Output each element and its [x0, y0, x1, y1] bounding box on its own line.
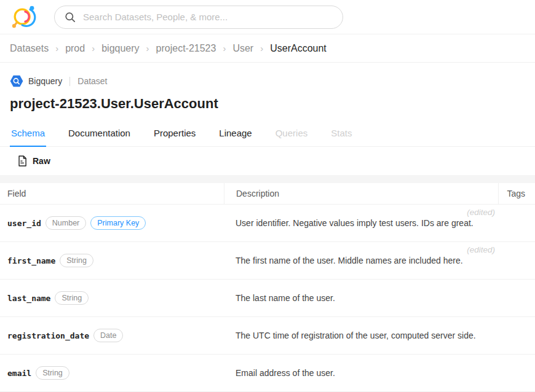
datahub-logo-icon	[10, 3, 38, 31]
tab-bar: Schema Documentation Properties Lineage …	[0, 122, 535, 147]
entity-header: Bigquery Dataset project-21523.User.User…	[0, 63, 535, 112]
page-title: project-21523.User.UserAccount	[10, 96, 525, 112]
breadcrumb-item-bigquery[interactable]: bigquery	[101, 43, 139, 54]
document-icon	[18, 155, 27, 167]
field-name: email	[7, 369, 31, 378]
field-description[interactable]: The UTC time of registration of the user…	[236, 331, 476, 340]
edited-marker: (edited)	[467, 245, 495, 254]
field-description[interactable]: The first name of the user. Middle names…	[236, 256, 463, 265]
field-name: last_name	[7, 294, 50, 303]
breadcrumb-separator: ›	[146, 43, 149, 53]
tab-schema[interactable]: Schema	[10, 122, 46, 147]
search-input[interactable]	[82, 11, 333, 23]
tags-cell[interactable]	[498, 355, 535, 391]
column-header-field: Field	[0, 183, 224, 204]
tab-stats: Stats	[330, 122, 353, 147]
field-description[interactable]: Email address of the user.	[236, 368, 335, 378]
breadcrumb-item-useraccount: UserAccount	[270, 43, 327, 54]
raw-toggle-button[interactable]: Raw	[18, 155, 50, 167]
table-row: email String Email address of the user.	[0, 355, 535, 392]
top-navbar	[0, 0, 535, 34]
field-name: user_id	[7, 219, 41, 228]
search-bar[interactable]	[54, 6, 343, 29]
breadcrumb-separator: ›	[223, 43, 226, 53]
column-header-tags: Tags	[498, 183, 535, 204]
platform-name[interactable]: Bigquery	[28, 76, 62, 86]
type-badge: String	[36, 366, 69, 380]
breadcrumb-separator: ›	[55, 43, 58, 53]
field-description[interactable]: User identifier. Negative values imply t…	[236, 218, 474, 228]
type-badge: Number	[46, 216, 86, 230]
table-row: user_id Number Primary Key (edited) User…	[0, 205, 535, 242]
table-header-row: Field Description Tags	[0, 183, 535, 205]
table-row: last_name String The last name of the us…	[0, 280, 535, 317]
type-badge: Date	[93, 329, 123, 342]
tags-cell[interactable]	[498, 242, 535, 279]
tab-properties[interactable]: Properties	[153, 122, 197, 147]
tags-cell[interactable]	[498, 205, 535, 241]
datahub-logo[interactable]	[10, 3, 38, 31]
search-icon	[65, 12, 76, 23]
breadcrumb: Datasets › prod › bigquery › project-215…	[0, 34, 535, 63]
field-name: registration_date	[7, 331, 89, 340]
table-row: registration_date Date The UTC time of r…	[0, 317, 535, 355]
platform-row: Bigquery Dataset	[10, 75, 525, 87]
breadcrumb-item-project[interactable]: project-21523	[156, 43, 216, 54]
type-badge: String	[60, 254, 93, 267]
tab-queries: Queries	[274, 122, 309, 147]
schema-table: Field Description Tags user_id Number Pr…	[0, 183, 535, 392]
breadcrumb-item-prod[interactable]: prod	[65, 43, 85, 54]
table-row: first_name String (edited) The first nam…	[0, 242, 535, 280]
breadcrumb-item-user[interactable]: User	[232, 43, 253, 54]
table-toolbar-divider	[0, 175, 535, 183]
field-name: first_name	[7, 256, 55, 265]
primary-key-badge: Primary Key	[90, 216, 146, 230]
breadcrumb-item-datasets[interactable]: Datasets	[10, 43, 49, 54]
breadcrumb-separator: ›	[260, 43, 263, 53]
type-badge: String	[55, 291, 89, 305]
entity-type-label: Dataset	[77, 76, 107, 86]
edited-marker: (edited)	[467, 208, 495, 217]
bigquery-icon	[10, 75, 23, 87]
raw-toggle-label: Raw	[33, 156, 50, 166]
tags-cell[interactable]	[498, 280, 535, 316]
schema-toolbar: Raw	[0, 147, 535, 175]
tab-documentation[interactable]: Documentation	[67, 122, 132, 147]
column-header-description: Description	[224, 183, 498, 204]
field-description[interactable]: The last name of the user.	[236, 293, 335, 303]
platform-divider	[69, 77, 70, 86]
tab-lineage[interactable]: Lineage	[218, 122, 253, 147]
tags-cell[interactable]	[498, 317, 535, 354]
breadcrumb-separator: ›	[92, 43, 95, 53]
